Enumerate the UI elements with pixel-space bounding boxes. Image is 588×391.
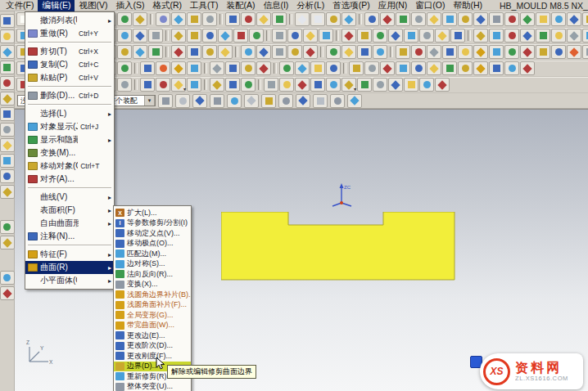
toolbar-icon[interactable] (520, 61, 535, 75)
left-toolbar-icon[interactable] (0, 14, 15, 28)
toolbar-icon[interactable] (187, 45, 201, 59)
edit-menu-item[interactable]: 注释(N)... (25, 230, 114, 243)
toolbar-icon[interactable] (341, 29, 356, 43)
left-toolbar-icon[interactable] (0, 138, 15, 152)
toolbar-icon[interactable] (435, 29, 450, 43)
left-toolbar-icon[interactable] (0, 286, 15, 300)
toolbar-icon[interactable] (357, 29, 372, 43)
toolbar-icon[interactable] (133, 29, 147, 43)
toolbar-icon[interactable] (171, 29, 186, 43)
toolbar-icon[interactable] (171, 12, 186, 26)
surface-submenu-item[interactable]: I等参数修剪/分割(I) (114, 218, 191, 229)
toolbar-icon[interactable] (187, 78, 201, 92)
toolbar-icon[interactable] (202, 45, 217, 59)
toolbar-icon[interactable] (225, 78, 240, 92)
toolbar-icon[interactable] (396, 61, 410, 75)
toolbar-icon[interactable] (427, 45, 441, 59)
toolbar-icon[interactable] (442, 61, 457, 75)
surface-submenu-item[interactable]: 更改阶次(D)... (114, 341, 191, 352)
selection-tool-icon[interactable] (227, 94, 242, 108)
toolbar-icon[interactable] (256, 12, 271, 26)
toolbar-icon[interactable] (567, 45, 581, 59)
edit-menu-item[interactable]: 复制(C)Ctrl+C (25, 58, 114, 71)
toolbar-icon[interactable] (473, 29, 488, 43)
toolbar-icon[interactable] (489, 12, 504, 26)
left-toolbar-icon[interactable] (0, 76, 15, 90)
menubar-item[interactable]: 编辑(E) (38, 0, 75, 12)
toolbar-icon[interactable] (380, 61, 395, 75)
surface-submenu-item[interactable]: 整体突变(U)... (114, 382, 191, 391)
toolbar-icon[interactable] (411, 45, 426, 59)
model-body[interactable] (221, 212, 455, 280)
toolbar-icon[interactable] (341, 12, 356, 26)
toolbar-icon[interactable] (419, 78, 434, 92)
left-toolbar-icon[interactable] (0, 169, 15, 183)
toolbar-icon[interactable] (536, 45, 550, 59)
toolbar-icon[interactable] (310, 78, 325, 92)
left-toolbar-icon[interactable] (0, 45, 15, 59)
toolbar-icon[interactable] (117, 29, 132, 43)
toolbar-icon[interactable] (435, 78, 450, 92)
toolbar-icon[interactable] (202, 29, 217, 43)
toolbar-icon[interactable] (458, 61, 473, 75)
menubar-item[interactable]: 装配(A) (222, 0, 259, 12)
surface-submenu-item[interactable]: 带宽曲面(W)... (114, 321, 191, 331)
surface-submenu-item[interactable]: 全局变形(G)... (114, 310, 191, 321)
selection-tool-icon[interactable] (296, 94, 310, 108)
toolbar-icon[interactable] (225, 12, 240, 26)
menubar-item[interactable]: 分析(L) (292, 0, 328, 12)
surface-submenu-item[interactable]: 浅圆角边界补片(B)... (114, 290, 191, 300)
toolbar-icon[interactable] (303, 45, 318, 59)
toolbar-icon[interactable] (373, 29, 387, 43)
toolbar-icon[interactable] (582, 45, 588, 59)
menubar-item[interactable]: 帮助(H) (449, 0, 486, 12)
toolbar-icon[interactable] (256, 61, 271, 75)
edit-menu-item[interactable]: 撤消列表(U)▸ (25, 14, 114, 27)
toolbar-icon[interactable] (536, 29, 550, 43)
edit-menu-item[interactable]: 对齐(A)... (25, 173, 114, 186)
toolbar-icon[interactable] (241, 45, 256, 59)
selection-tool-icon[interactable] (330, 94, 345, 108)
menubar-item[interactable]: 信息(I) (259, 0, 292, 12)
toolbar-icon[interactable] (388, 29, 403, 43)
toolbar-icon[interactable] (520, 29, 535, 43)
toolbar-icon[interactable] (117, 45, 132, 59)
toolbar-icon[interactable] (473, 61, 488, 75)
toolbar-icon[interactable] (504, 12, 519, 26)
toolbar-icon[interactable]: ▾ (341, 78, 356, 92)
left-toolbar-icon[interactable] (0, 185, 15, 199)
surface-submenu-item[interactable]: 移动极点(O)... (114, 239, 191, 249)
surface-submenu-item[interactable]: 移动定义点(V)... (114, 228, 191, 239)
toolbar-icon[interactable] (133, 45, 147, 59)
toolbar-icon[interactable] (202, 12, 217, 26)
toolbar-icon[interactable] (442, 45, 457, 59)
chevron-down-icon[interactable]: ▾ (144, 95, 155, 106)
selection-tool-icon[interactable] (210, 94, 224, 108)
toolbar-icon[interactable] (489, 61, 504, 75)
toolbar-icon[interactable] (256, 45, 271, 59)
toolbar-icon[interactable] (504, 45, 519, 59)
toolbar-icon[interactable] (373, 45, 387, 59)
toolbar-icon[interactable] (419, 29, 434, 43)
edit-menu-item[interactable]: 重做(R)Ctrl+Y (25, 27, 114, 40)
edit-menu-item[interactable]: 自由曲面形状(Z)▸ (25, 217, 114, 230)
toolbar-icon[interactable] (504, 29, 519, 43)
left-toolbar-icon[interactable] (0, 29, 15, 43)
toolbar-icon[interactable] (148, 29, 163, 43)
toolbar-icon[interactable] (287, 45, 302, 59)
toolbar-icon[interactable] (279, 61, 294, 75)
selection-tool-icon[interactable] (313, 94, 328, 108)
toolbar-icon[interactable] (187, 29, 201, 43)
toolbar-icon[interactable] (442, 12, 457, 26)
toolbar-icon[interactable] (241, 61, 256, 75)
toolbar-icon[interactable] (473, 45, 488, 59)
left-toolbar-icon[interactable] (0, 154, 15, 168)
toolbar-icon[interactable] (249, 29, 264, 43)
toolbar-icon[interactable] (341, 45, 356, 59)
selection-tool-icon[interactable] (261, 94, 276, 108)
menubar-item[interactable]: 插入(S) (111, 0, 148, 12)
toolbar-icon[interactable] (272, 45, 287, 59)
toolbar-icon[interactable] (396, 45, 410, 59)
toolbar-icon[interactable] (567, 12, 581, 26)
menubar-item[interactable]: 文件(F) (2, 0, 38, 12)
